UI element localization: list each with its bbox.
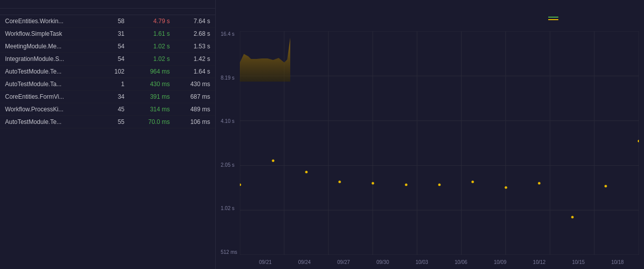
p95-dot <box>638 140 639 142</box>
x-label: 10/18 <box>611 259 624 265</box>
cell-avg: 1.02 s <box>124 55 170 62</box>
cell-name: AutoTestModule.Te... <box>5 68 84 75</box>
cell-count: 34 <box>84 93 124 100</box>
x-labels: 09/2109/2409/2709/3010/0310/0610/0910/12… <box>240 258 639 265</box>
p95-line-icon <box>548 19 558 20</box>
table-row[interactable]: AutoTestModule.Ta... 1 430 ms 430 ms <box>0 78 215 91</box>
y-label: 16.4 s <box>221 31 239 37</box>
cell-avg: 964 ms <box>124 68 170 75</box>
cell-p95: 7.64 s <box>170 18 210 25</box>
y-label: 512 ms <box>221 249 239 255</box>
cell-count: 54 <box>84 55 124 62</box>
cell-avg: 1.02 s <box>124 43 170 50</box>
x-label: 10/03 <box>416 259 428 265</box>
legend-row-average <box>548 17 639 18</box>
p95-dot <box>272 160 274 162</box>
p95-dot <box>240 183 241 186</box>
cell-p95: 1.42 s <box>170 55 210 62</box>
cell-avg: 70.0 ms <box>124 118 170 125</box>
cell-name: Workflow.SimpleTask <box>5 30 84 37</box>
cell-count: 1 <box>84 81 124 88</box>
chart-svg <box>240 31 639 255</box>
p95-dot <box>538 182 541 184</box>
cell-name: Workflow.ProcessKi... <box>5 106 84 113</box>
table-row[interactable]: IntegrationModule.S... 54 1.02 s 1.42 s <box>0 53 215 65</box>
p95-dot <box>405 183 408 186</box>
table-row[interactable]: Workflow.ProcessKi... 45 314 ms 489 ms <box>0 103 215 116</box>
table-body: CoreEntities.Workin... 58 4.79 s 7.64 s … <box>0 15 215 128</box>
p95-dot <box>305 171 308 173</box>
table-row[interactable]: AutoTestModule.Te... 102 964 ms 1.64 s <box>0 65 215 78</box>
chart-area: 16.4 s8.19 s4.10 s2.05 s1.02 s512 ms <box>221 31 639 265</box>
cell-count: 102 <box>84 68 124 75</box>
p95-dot <box>438 183 441 186</box>
cell-avg: 1.61 s <box>124 30 170 37</box>
x-label: 10/12 <box>533 259 546 265</box>
table-row[interactable]: CoreEntities.Workin... 58 4.79 s 7.64 s <box>0 15 215 28</box>
cell-name: CoreEntities.FormVi... <box>5 93 84 100</box>
cell-p95: 1.53 s <box>170 43 210 50</box>
cell-p95: 687 ms <box>170 93 210 100</box>
y-label: 4.10 s <box>221 118 239 124</box>
y-label: 8.19 s <box>221 75 239 81</box>
table-row[interactable]: AutoTestModule.Te... 55 70.0 ms 106 ms <box>0 116 215 128</box>
table-header <box>0 9 215 15</box>
y-label: 1.02 s <box>221 206 239 211</box>
x-label: 09/21 <box>259 259 272 265</box>
p95-dot <box>371 182 374 184</box>
cell-name: AutoTestModule.Te... <box>5 118 84 125</box>
left-panel-title <box>0 0 215 9</box>
cell-count: 54 <box>84 43 124 50</box>
average-line-icon <box>548 17 558 18</box>
cell-count: 31 <box>84 30 124 37</box>
legend-row-p95 <box>548 19 639 20</box>
cell-p95: 430 ms <box>170 81 210 88</box>
p95-dot <box>571 216 573 218</box>
cell-avg: 430 ms <box>124 81 170 88</box>
cell-name: MeetingModule.Me... <box>5 43 84 50</box>
x-label: 09/27 <box>337 259 350 265</box>
cell-count: 45 <box>84 106 124 113</box>
y-labels: 16.4 s8.19 s4.10 s2.05 s1.02 s512 ms <box>221 31 239 255</box>
cell-name: AutoTestModule.Ta... <box>5 81 84 88</box>
cell-count: 55 <box>84 118 124 125</box>
cell-count: 58 <box>84 18 124 25</box>
cell-p95: 1.64 s <box>170 68 210 75</box>
left-panel: CoreEntities.Workin... 58 4.79 s 7.64 s … <box>0 0 216 269</box>
cell-p95: 106 ms <box>170 118 210 125</box>
cell-avg: 314 ms <box>124 106 170 113</box>
y-label: 2.05 s <box>221 162 239 168</box>
p95-dot <box>339 181 341 183</box>
cell-p95: 489 ms <box>170 106 210 113</box>
legend <box>548 14 639 20</box>
cell-name: IntegrationModule.S... <box>5 55 84 62</box>
p95-dot <box>605 185 607 187</box>
x-label: 09/24 <box>298 259 311 265</box>
table-row[interactable]: MeetingModule.Me... 54 1.02 s 1.53 s <box>0 40 215 53</box>
svg-marker-16 <box>240 38 290 82</box>
x-label: 09/30 <box>376 259 389 265</box>
x-label: 10/06 <box>455 259 467 265</box>
x-label: 10/15 <box>572 259 585 265</box>
table-row[interactable]: Workflow.SimpleTask 31 1.61 s 2.68 s <box>0 28 215 40</box>
p95-dot <box>471 181 474 183</box>
x-label: 10/09 <box>494 259 506 265</box>
cell-avg: 391 ms <box>124 93 170 100</box>
cell-name: CoreEntities.Workin... <box>5 18 84 25</box>
table-row[interactable]: CoreEntities.FormVi... 34 391 ms 687 ms <box>0 91 215 103</box>
p95-dot <box>505 186 507 189</box>
right-panel: 16.4 s8.19 s4.10 s2.05 s1.02 s512 ms <box>216 0 644 269</box>
cell-p95: 2.68 s <box>170 30 210 37</box>
cell-avg: 4.79 s <box>124 18 170 25</box>
